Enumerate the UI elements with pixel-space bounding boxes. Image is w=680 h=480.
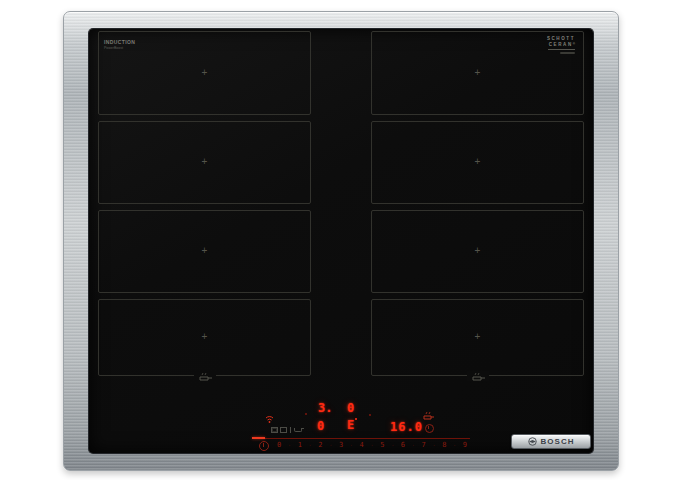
zone-level-display-front-right: E	[347, 419, 354, 431]
zone-level-display-back-left: 3.	[318, 402, 332, 414]
touch-key-divider	[290, 427, 291, 433]
scale-dot: ·	[453, 441, 456, 449]
cooking-zone: +	[98, 121, 311, 204]
zone-select-indicator	[369, 414, 371, 416]
cooking-zone: +	[371, 121, 584, 204]
zone-link-icon	[280, 427, 287, 433]
zone-plus-icon: +	[475, 246, 481, 256]
bosch-symbol-icon	[528, 437, 537, 446]
ceramic-glass-surface: INDUCTION PowerBoost SCHOTT CERAN® + + +…	[89, 29, 593, 453]
pan-function-icon	[294, 428, 302, 432]
scale-dot: ·	[412, 441, 415, 449]
flex-zone-icon	[271, 427, 278, 433]
scale-dot: ·	[350, 441, 353, 449]
zone-plus-icon: +	[202, 332, 208, 342]
timer-display: 16.0	[390, 421, 423, 433]
slider-number: 6	[401, 441, 405, 449]
zone-plus-icon: +	[475, 332, 481, 342]
cooking-zone-group-right: + + + +	[371, 31, 584, 376]
slider-number: 0	[277, 441, 281, 449]
cooking-zone-group-left: + + + +	[98, 31, 311, 376]
cooking-zone: +	[98, 210, 311, 293]
scale-dot: ·	[329, 441, 332, 449]
slider-number: 3	[339, 441, 343, 449]
move-pan-icon	[467, 371, 489, 381]
home-connect-wifi-icon	[265, 415, 274, 423]
power-slider-active-segment	[252, 437, 265, 439]
slider-number: 8	[442, 441, 446, 449]
slider-number: 9	[463, 441, 467, 449]
cooking-zone: +	[371, 31, 584, 115]
power-level-scale: 0· 1· 2· 3· 4· 5· 6· 7· 8· 9	[277, 441, 467, 449]
bosch-logo-badge: BOSCH	[511, 434, 591, 449]
scale-dot: ·	[370, 441, 373, 449]
slider-number: 5	[380, 441, 384, 449]
stainless-frame: INDUCTION PowerBoost SCHOTT CERAN® + + +…	[63, 11, 619, 471]
move-pan-icon	[194, 371, 216, 381]
zone-select-indicator	[305, 413, 307, 415]
slider-number: 1	[298, 441, 302, 449]
zone-level-display-front-left: 0	[317, 420, 324, 432]
timer-clock-icon	[425, 424, 434, 433]
zone-plus-icon: +	[202, 157, 208, 167]
scale-dot: ·	[309, 441, 312, 449]
move-pan-indicator-icon	[422, 411, 435, 420]
scale-dot: ·	[432, 441, 435, 449]
slider-number: 2	[318, 441, 322, 449]
zone-plus-icon: +	[475, 157, 481, 167]
slider-number: 4	[360, 441, 364, 449]
scale-dot: ·	[288, 441, 291, 449]
zone-plus-icon: +	[202, 246, 208, 256]
cooking-zone: +	[371, 210, 584, 293]
zone-plus-icon: +	[202, 68, 208, 78]
power-slider-track	[252, 438, 470, 439]
slider-number: 7	[421, 441, 425, 449]
product-photo: INDUCTION PowerBoost SCHOTT CERAN® + + +…	[0, 0, 680, 480]
cooking-zone: +	[98, 299, 311, 376]
bosch-logo-text: BOSCH	[541, 438, 575, 446]
zone-level-display-back-right: 0	[347, 402, 354, 414]
cooking-zone: +	[371, 299, 584, 376]
power-icon	[259, 441, 269, 451]
function-touch-keys	[271, 427, 302, 433]
scale-dot: ·	[391, 441, 394, 449]
zone-plus-icon: +	[475, 68, 481, 78]
cooking-zone: +	[98, 31, 311, 115]
